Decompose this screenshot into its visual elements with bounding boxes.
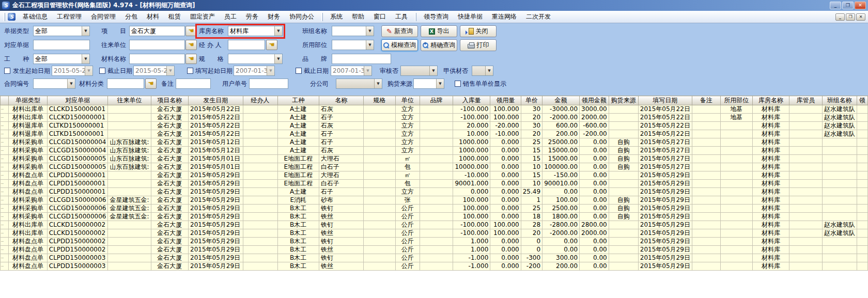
column-header[interactable]: 规格: [364, 96, 395, 105]
table-cell[interactable]: 赵水建筑队: [822, 221, 857, 229]
table-cell[interactable]: 自购: [609, 138, 638, 147]
table-cell[interactable]: 2015年05月01日: [189, 163, 243, 171]
chevron-down-icon[interactable]: ▼: [274, 54, 282, 64]
table-cell[interactable]: [420, 238, 453, 246]
table-cell[interactable]: 0.00: [580, 171, 609, 180]
table-cell[interactable]: A土建: [277, 114, 319, 122]
table-cell[interactable]: 100.000: [490, 229, 521, 238]
row-selector[interactable]: ┄: [1, 188, 9, 196]
table-cell[interactable]: ㎡: [395, 155, 420, 163]
table-cell[interactable]: 铁钉: [319, 221, 363, 229]
table-cell[interactable]: [243, 188, 277, 196]
table-cell[interactable]: [243, 262, 277, 271]
table-cell[interactable]: 金星建筑五金:: [108, 205, 151, 213]
table-cell[interactable]: [720, 163, 752, 171]
table-cell[interactable]: [857, 114, 867, 122]
table-cell[interactable]: A土建: [277, 122, 319, 130]
table-cell[interactable]: 赵水建筑队: [822, 130, 857, 138]
table-cell[interactable]: [364, 196, 395, 205]
table-cell[interactable]: [789, 221, 822, 229]
table-cell[interactable]: [364, 205, 395, 213]
table-cell[interactable]: [857, 196, 867, 205]
table-cell[interactable]: [243, 122, 277, 130]
column-header[interactable]: 名称: [319, 96, 363, 105]
table-cell[interactable]: [720, 254, 752, 262]
user-doc-no-input[interactable]: [249, 79, 288, 89]
table-cell[interactable]: 0.000: [490, 138, 521, 147]
table-cell[interactable]: 材料退库单: [9, 122, 47, 130]
table-cell[interactable]: 100.000: [490, 105, 521, 114]
chevron-down-icon[interactable]: ▼: [267, 66, 274, 75]
table-cell[interactable]: [720, 213, 752, 221]
table-cell[interactable]: 材料库: [752, 163, 789, 171]
table-cell[interactable]: 2015年05月29日: [189, 254, 243, 262]
column-header[interactable]: 经办人: [243, 96, 277, 105]
table-cell[interactable]: [420, 196, 453, 205]
table-cell[interactable]: 白石子: [319, 163, 363, 171]
table-cell[interactable]: [857, 105, 867, 114]
close-window-button[interactable]: 关闭: [460, 25, 497, 37]
table-row[interactable]: ┄材料盘点单CLPDD150000001金石大厦2015年05月29日E地面工程…: [1, 180, 868, 188]
table-cell[interactable]: B木工: [277, 229, 319, 238]
table-cell[interactable]: [108, 254, 151, 262]
table-cell[interactable]: [692, 155, 720, 163]
table-cell[interactable]: 2015年05月22日: [189, 105, 243, 114]
exact-query-button[interactable]: + 精确查询: [421, 39, 457, 51]
table-cell[interactable]: [720, 138, 752, 147]
table-cell[interactable]: 石子: [319, 138, 363, 147]
handler-input[interactable]: [228, 40, 265, 50]
table-cell[interactable]: 25: [521, 205, 542, 213]
table-cell[interactable]: -200: [521, 262, 542, 271]
table-cell[interactable]: 立方: [395, 147, 420, 155]
table-cell[interactable]: 25.49: [521, 188, 542, 196]
minimize-button[interactable]: _: [830, 2, 841, 9]
table-cell[interactable]: 2000.00: [580, 114, 609, 122]
table-cell[interactable]: 100.000: [453, 213, 490, 221]
brand-input[interactable]: [332, 54, 391, 64]
table-cell[interactable]: 材料盘点单: [9, 254, 47, 262]
table-cell[interactable]: 3000.00: [580, 105, 609, 114]
table-cell[interactable]: 赵水建筑队: [822, 229, 857, 238]
table-cell[interactable]: 山东百脉建筑:: [108, 138, 151, 147]
table-cell[interactable]: [857, 221, 867, 229]
table-cell[interactable]: 0.000: [490, 262, 521, 271]
table-cell[interactable]: A土建: [277, 138, 319, 147]
row-selector[interactable]: ┄: [1, 171, 9, 180]
mdi-restore-button[interactable]: ❐: [846, 13, 855, 21]
table-cell[interactable]: [789, 163, 822, 171]
table-cell[interactable]: 砂布: [319, 196, 363, 205]
table-cell[interactable]: 0.000: [490, 163, 521, 171]
table-row[interactable]: ┄材料采购单CLCGD150000005山东百脉建筑:金石大厦2015年05月0…: [1, 155, 868, 163]
table-cell[interactable]: 金石大厦: [151, 196, 188, 205]
row-selector[interactable]: ┄: [1, 180, 9, 188]
table-cell[interactable]: A土建: [277, 188, 319, 196]
table-cell[interactable]: 0.00: [580, 155, 609, 163]
table-cell[interactable]: [609, 122, 638, 130]
column-header[interactable]: 购货来源: [609, 96, 638, 105]
table-cell[interactable]: 10: [521, 163, 542, 171]
table-cell[interactable]: 材料出库单: [9, 221, 47, 229]
table-cell[interactable]: CLTKD150000001: [47, 122, 108, 130]
table-cell[interactable]: 金石大厦: [151, 114, 188, 122]
table-cell[interactable]: 100.000: [453, 196, 490, 205]
table-cell[interactable]: CLPDD150000002: [47, 246, 108, 254]
table-cell[interactable]: [857, 262, 867, 271]
table-cell[interactable]: [720, 246, 752, 254]
table-cell[interactable]: 材料库: [752, 221, 789, 229]
table-cell[interactable]: CLCGD150000006: [47, 196, 108, 205]
table-cell[interactable]: 2015年05月22日: [189, 114, 243, 122]
table-cell[interactable]: 100.000: [453, 205, 490, 213]
row-selector[interactable]: ┄: [1, 221, 9, 229]
table-cell[interactable]: CLCKD150000001: [47, 114, 108, 122]
row-selector[interactable]: ┄: [1, 114, 9, 122]
table-cell[interactable]: 自购: [609, 163, 638, 171]
table-cell[interactable]: [243, 246, 277, 254]
table-cell[interactable]: 20: [521, 229, 542, 238]
table-cell[interactable]: 25: [521, 138, 542, 147]
doc-type-select[interactable]: 全部▼: [33, 26, 90, 36]
table-cell[interactable]: [243, 213, 277, 221]
table-cell[interactable]: [420, 205, 453, 213]
table-cell[interactable]: 立方: [395, 105, 420, 114]
table-cell[interactable]: 2015年05月29日: [189, 221, 243, 229]
menu-item[interactable]: 二次开发: [521, 11, 555, 23]
